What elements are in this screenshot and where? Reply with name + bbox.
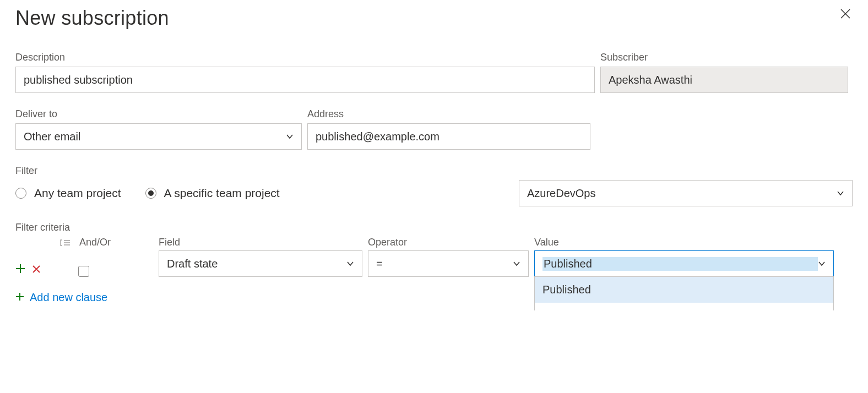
operator-value: =	[376, 258, 513, 270]
radio-specific-project[interactable]: A specific team project	[145, 187, 280, 200]
deliver-to-select[interactable]: Other email	[15, 123, 302, 150]
value-value: Published	[542, 257, 818, 271]
description-input[interactable]	[15, 67, 595, 93]
add-clause-label: Add new clause	[30, 291, 107, 304]
radio-any-project[interactable]: Any team project	[15, 187, 121, 200]
criteria-label: Filter criteria	[15, 222, 853, 233]
radio-specific-label: A specific team project	[164, 187, 280, 200]
chevron-down-icon	[286, 133, 294, 140]
project-select[interactable]: AzureDevOps	[519, 180, 853, 206]
operator-select[interactable]: =	[368, 250, 529, 277]
chevron-down-icon	[837, 189, 844, 197]
radio-icon	[145, 188, 156, 199]
field-select[interactable]: Draft state	[159, 250, 362, 277]
andor-checkbox[interactable]	[78, 266, 89, 277]
value-dropdown: Published Draft	[534, 276, 834, 310]
chevron-down-icon	[818, 260, 826, 268]
project-value: AzureDevOps	[527, 187, 837, 200]
close-icon[interactable]	[838, 7, 853, 23]
dropdown-option-draft[interactable]: Draft	[535, 303, 833, 310]
value-header: Value	[534, 237, 834, 250]
field-value: Draft state	[167, 258, 346, 270]
group-icon	[59, 238, 72, 248]
field-header: Field	[159, 237, 368, 250]
filter-label: Filter	[15, 165, 853, 177]
dialog-title: New subscription	[15, 7, 169, 30]
description-label: Description	[15, 52, 595, 63]
address-input[interactable]	[307, 123, 590, 150]
dropdown-option-published[interactable]: Published	[535, 277, 833, 303]
operator-header: Operator	[368, 237, 534, 250]
chevron-down-icon	[346, 260, 354, 268]
radio-any-label: Any team project	[34, 187, 121, 200]
subscriber-field	[600, 67, 848, 93]
value-select[interactable]: Published Published Draft	[534, 250, 834, 277]
subscriber-label: Subscriber	[600, 52, 848, 63]
deliver-to-label: Deliver to	[15, 108, 302, 120]
andor-header: And/Or	[79, 237, 111, 248]
plus-icon	[15, 291, 24, 304]
blank-header	[15, 248, 59, 250]
deliver-to-value: Other email	[24, 130, 286, 143]
address-label: Address	[307, 108, 590, 120]
radio-icon	[15, 188, 26, 199]
add-row-icon[interactable]	[15, 263, 25, 277]
chevron-down-icon	[513, 260, 520, 268]
remove-row-icon[interactable]	[32, 263, 41, 277]
